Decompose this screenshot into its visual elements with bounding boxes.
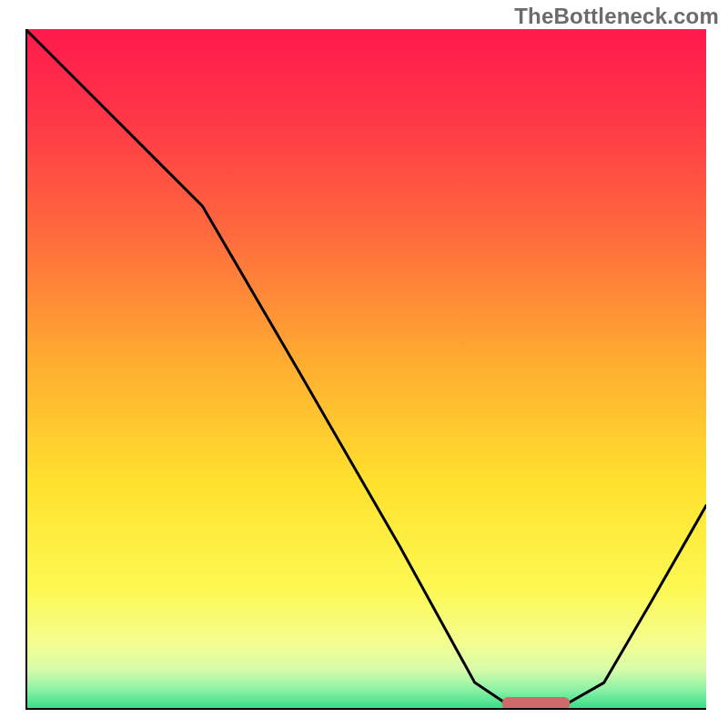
chart-area xyxy=(25,29,706,710)
optimal-marker xyxy=(502,697,571,710)
bottleneck-chart xyxy=(25,29,706,710)
watermark-text: TheBottleneck.com xyxy=(514,4,719,29)
chart-container: TheBottleneck.com xyxy=(0,0,728,728)
